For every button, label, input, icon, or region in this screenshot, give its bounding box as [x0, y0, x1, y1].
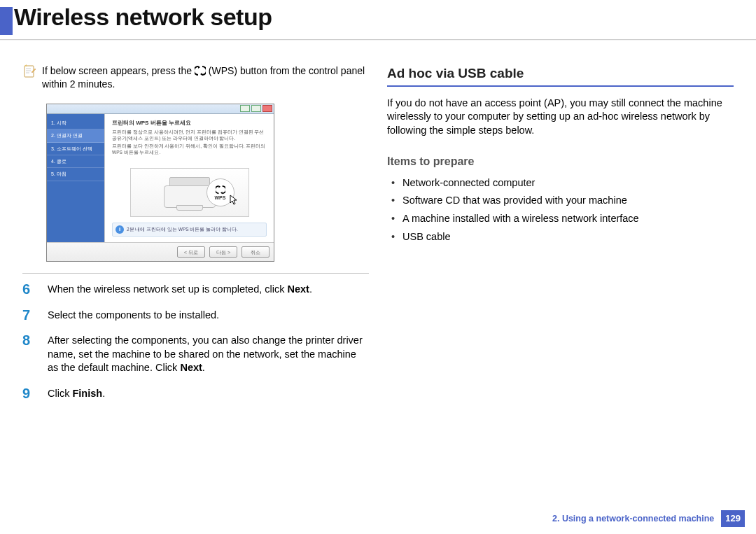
step-number: 9: [22, 386, 39, 401]
list-item: USB cable: [391, 230, 734, 244]
list-item: Software CD that was provided with your …: [391, 194, 734, 208]
step-bold: Next: [180, 362, 202, 373]
step-post: .: [202, 362, 205, 373]
info-text: 2분 내에 프린터에 있는 WPS 버튼을 눌러야 합니다.: [127, 227, 238, 233]
step-number: 7: [22, 308, 39, 323]
sidebar-step-1: 1. 시작: [47, 117, 104, 129]
wizard-heading: 프린터의 WPS 버튼을 누르세요: [112, 120, 267, 127]
footer-chapter: 2. Using a network-connected machine: [552, 513, 714, 525]
list-item: A machine installed with a wireless netw…: [391, 212, 734, 226]
wizard-text-2: 프린터를 보다 안전하게 사용하기 위해서, 확인이 필요합니다. 프린터의 W…: [112, 143, 267, 155]
printer-illustration: WPS: [130, 168, 249, 217]
section-heading: Ad hoc via USB cable: [387, 64, 734, 83]
sidebar-step-5: 5. 마침: [47, 168, 104, 181]
step-bold: Next: [288, 283, 309, 295]
cancel-button: 취소: [241, 246, 270, 258]
note-pre: If below screen appears, press the: [42, 65, 195, 76]
cursor-icon: [229, 194, 240, 209]
step-number: 6: [22, 282, 39, 297]
info-bar: i 2분 내에 프린터에 있는 WPS 버튼을 눌러야 합니다.: [112, 223, 267, 237]
page-footer: 2. Using a network-connected machine 129: [552, 510, 745, 527]
next-button: 다음 >: [209, 246, 237, 258]
wps-badge-label: WPS: [215, 195, 226, 201]
left-column: If below screen appears, press the (WPS)…: [22, 64, 369, 412]
header-accent: [0, 7, 13, 35]
svg-marker-7: [220, 191, 223, 194]
items-list: Network-connected computer Software CD t…: [387, 176, 734, 244]
page-number: 129: [721, 510, 745, 527]
note-text: If below screen appears, press the (WPS)…: [42, 64, 369, 91]
svg-marker-6: [218, 185, 220, 188]
step-9: 9 Click Finish.: [22, 386, 369, 401]
page-header: Wireless network setup: [0, 0, 756, 35]
window-titlebar: [47, 104, 274, 114]
step-text: Select the components to be installed.: [48, 308, 219, 323]
step-text: When the wireless network set up is comp…: [48, 282, 312, 297]
divider: [22, 273, 369, 274]
minimize-icon: [240, 105, 250, 112]
wps-icon: [195, 65, 206, 76]
back-button: < 뒤로: [177, 246, 205, 258]
step-bold: Finish: [72, 388, 102, 399]
sidebar-step-2: 2. 연결자 연결: [47, 129, 104, 142]
step-pre: When the wireless network set up is comp…: [48, 283, 288, 295]
page-title: Wireless network setup: [14, 1, 272, 35]
right-column: Ad hoc via USB cable If you do not have …: [387, 64, 734, 412]
step-text: After selecting the components, you can …: [48, 333, 369, 375]
close-icon: [262, 105, 272, 112]
step-pre: After selecting the components, you can …: [48, 335, 363, 373]
step-post: .: [309, 283, 312, 295]
step-post: .: [102, 388, 105, 399]
maximize-icon: [251, 105, 261, 112]
step-text: Click Finish.: [48, 386, 105, 401]
section-paragraph: If you do not have an access point (AP),…: [387, 97, 734, 138]
note-block: If below screen appears, press the (WPS)…: [22, 64, 369, 98]
wizard-main: 프린터의 WPS 버튼을 누르세요 프린터를 정상으로 사용하시려면, 먼저 프…: [104, 114, 274, 243]
subsection-heading: Items to prepare: [387, 154, 734, 169]
list-item: Network-connected computer: [391, 176, 734, 190]
note-icon: [22, 64, 36, 78]
svg-marker-5: [200, 73, 202, 76]
heading-rule: [387, 85, 734, 87]
wizard-text-1: 프린터를 정상으로 사용하시려면, 먼저 프린터를 컴퓨터가 연결된 무선 공유…: [112, 129, 267, 141]
step-number: 8: [22, 333, 39, 375]
step-pre: Select the components to be installed.: [48, 309, 219, 321]
svg-marker-4: [198, 66, 200, 69]
step-7: 7 Select the components to be installed.: [22, 308, 369, 323]
wizard-screenshot: 1. 시작 2. 연결자 연결 3. 소프트웨어 선택 4. 종료 5. 마침 …: [46, 104, 274, 262]
step-6: 6 When the wireless network set up is co…: [22, 282, 369, 297]
sidebar-step-4: 4. 종료: [47, 155, 104, 168]
info-icon: i: [115, 225, 124, 234]
wizard-footer: < 뒤로 다음 > 취소: [47, 242, 274, 261]
wizard-sidebar: 1. 시작 2. 연결자 연결 3. 소프트웨어 선택 4. 종료 5. 마침: [47, 114, 104, 243]
step-8: 8 After selecting the components, you ca…: [22, 333, 369, 375]
step-pre: Click: [48, 388, 72, 399]
sidebar-step-3: 3. 소프트웨어 선택: [47, 143, 104, 155]
